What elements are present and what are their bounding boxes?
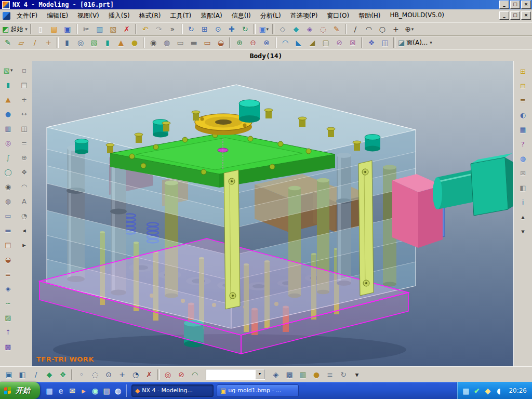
chamfer-icon[interactable]: ◣ (292, 36, 305, 49)
select-by-lasso-icon[interactable]: ◠ (189, 368, 201, 381)
mdi-child-icon[interactable] (3, 12, 10, 20)
toolbar-overflow-chevron[interactable]: » (166, 23, 179, 35)
feature-boss-icon[interactable]: ◍ (2, 194, 15, 208)
select-body-icon[interactable]: ◆ (43, 368, 56, 381)
copy-icon[interactable]: ▥ (94, 23, 106, 35)
menu-help[interactable]: 帮助(H) (354, 10, 385, 22)
mdi-minimize-button[interactable]: _ (499, 11, 509, 20)
menu-assemblies[interactable]: 装配(A) (196, 10, 227, 22)
sketch-icon[interactable]: ✎ (2, 36, 14, 49)
dropdown-arrow-icon[interactable]: ▾ (430, 40, 432, 45)
mb3-options-dropdown[interactable]: ▾ (351, 368, 363, 381)
dropdown-arrow-icon[interactable]: ▾ (10, 68, 13, 73)
edit-object-display-icon[interactable]: ✎ (330, 23, 343, 35)
extrude-icon[interactable]: ▮ (61, 36, 73, 49)
feature-pad-icon[interactable]: ▬ (2, 223, 15, 237)
image-viewer-icon[interactable]: ◍ (113, 385, 123, 396)
interior-selection-icon[interactable]: ▩ (283, 368, 296, 381)
feature-slot-icon[interactable]: ▤ (2, 238, 15, 251)
line-tool-icon[interactable]: / (349, 23, 362, 35)
slot-icon[interactable]: ▭ (201, 36, 214, 49)
sphere-icon[interactable]: ● (128, 36, 141, 49)
task-nx-modeling[interactable]: ◆NX 4 - Modeling... (131, 384, 214, 397)
combobox-dropdown-icon[interactable]: ▾ (255, 369, 264, 379)
dropdown-arrow-icon[interactable]: ▾ (411, 26, 414, 32)
paste-icon[interactable]: ▧ (107, 23, 119, 35)
groove-icon[interactable]: ◒ (215, 36, 227, 49)
web-browser-icon[interactable]: ◍ (516, 152, 530, 165)
front-gib-2[interactable] (358, 161, 374, 296)
internet-explorer-icon[interactable]: e (56, 385, 66, 396)
feature-swept-icon[interactable]: ∫ (2, 151, 15, 164)
pocket-icon[interactable]: ▭ (174, 36, 187, 49)
mirror-body-icon[interactable]: ◫ (379, 36, 391, 49)
zoom-icon[interactable]: ⊙ (212, 23, 224, 35)
start-application-button[interactable]: ◩起始▾ (2, 23, 28, 35)
menu-format[interactable]: 格式(R) (135, 10, 166, 22)
transform-icon[interactable]: ❖ (18, 165, 31, 179)
shell-icon[interactable]: ▢ (320, 36, 332, 49)
cone-icon[interactable]: ▲ (115, 36, 127, 49)
unite-icon[interactable]: ⊕ (233, 36, 246, 49)
pan-icon[interactable]: ✚ (225, 23, 238, 35)
help-icon[interactable]: ? (516, 137, 530, 151)
maximize-button[interactable]: □ (510, 1, 520, 9)
part-navigator-icon[interactable]: ⊟ (516, 79, 530, 92)
mold-assembly-3d-model[interactable] (32, 61, 513, 366)
graphics-tray-icon[interactable]: ▦ (461, 386, 470, 395)
snap-intersection-icon[interactable]: + (116, 368, 128, 381)
layer-filter-icon[interactable]: ≡ (324, 368, 336, 381)
feature-thread-icon[interactable]: ≡ (2, 267, 15, 281)
color-filter-icon[interactable]: ● (310, 368, 323, 381)
feature-patch-icon[interactable]: ▨ (2, 311, 15, 324)
new-file-icon[interactable]: ▯ (34, 23, 47, 35)
toolbar-scroll-right-icon[interactable]: ▸ (18, 238, 31, 251)
feature-extrude-icon[interactable]: ▥ (2, 122, 15, 135)
pad-icon[interactable]: ▬ (188, 36, 200, 49)
curve-icon[interactable]: ◠ (18, 180, 31, 193)
select-component-icon[interactable]: ❖ (57, 368, 69, 381)
text-icon[interactable]: A (18, 194, 31, 208)
highlight-selection-icon[interactable]: ◎ (162, 368, 174, 381)
menu-information[interactable]: 信息(I) (227, 10, 256, 22)
menu-preferences[interactable]: 首选项(P) (286, 10, 323, 22)
trim-body-icon[interactable]: ⊘ (333, 36, 345, 49)
snap-existing-point-icon[interactable]: ✗ (143, 368, 155, 381)
system-materials-icon[interactable]: ▦ (516, 123, 530, 136)
snap-point-icon[interactable]: ⊕▾ (403, 23, 416, 35)
snap-view-icon[interactable]: ▫ (18, 63, 31, 77)
feature-block-icon[interactable]: ▧▾ (2, 63, 15, 77)
shaded-display-icon[interactable]: ▣▾ (258, 23, 270, 35)
deselect-all-icon[interactable]: ⊘ (175, 368, 188, 381)
datum-plane-icon[interactable]: ▱ (15, 36, 28, 49)
front-gib-1[interactable] (224, 170, 240, 309)
boss-icon[interactable]: ◍ (161, 36, 173, 49)
titlebar[interactable]: NX 4 - Modeling - [016.prt] _ □ × (0, 0, 532, 9)
selection-filter-any-icon[interactable]: ▣ (3, 368, 15, 381)
cylinder-icon[interactable]: ▮ (101, 36, 114, 49)
refresh-view-icon[interactable]: ↻ (185, 23, 197, 35)
move-object-icon[interactable]: ↔ (18, 107, 31, 121)
snap-midpoint-icon[interactable]: ◌ (89, 368, 101, 381)
fit-view-icon[interactable]: ⊞ (198, 23, 211, 35)
assembly-navigator-icon[interactable]: ⊞ (516, 64, 530, 78)
select-face-icon[interactable]: ◧ (16, 368, 29, 381)
media-player-icon[interactable]: ▸ (78, 385, 89, 396)
menu-view[interactable]: 视图(V) (73, 10, 104, 22)
datum-axis-icon[interactable]: / (29, 36, 41, 49)
detail-filter-icon[interactable]: ▥ (297, 368, 309, 381)
dropdown-arrow-icon[interactable]: ▾ (25, 26, 28, 32)
menu-tools[interactable]: 工具(T) (165, 10, 196, 22)
selection-scope-combobox[interactable]: ▾ (206, 369, 265, 380)
wcs-dynamics-icon[interactable]: + (18, 92, 31, 106)
draft-icon[interactable]: ◢ (306, 36, 318, 49)
circle-tool-icon[interactable]: ○ (376, 23, 389, 35)
folder-shortcut-icon[interactable]: ▤ (101, 385, 112, 396)
arc-tool-icon[interactable]: ◠ (363, 23, 375, 35)
feature-revolve-icon[interactable]: ◎ (2, 136, 15, 150)
snap-endpoint-icon[interactable]: ◦ (75, 368, 88, 381)
revolve-icon[interactable]: ◎ (74, 36, 87, 49)
palette-dock-icon[interactable]: ◧ (516, 181, 530, 194)
instance-feature-icon[interactable]: ❖ (365, 36, 378, 49)
undo-icon[interactable]: ↶ (139, 23, 152, 35)
